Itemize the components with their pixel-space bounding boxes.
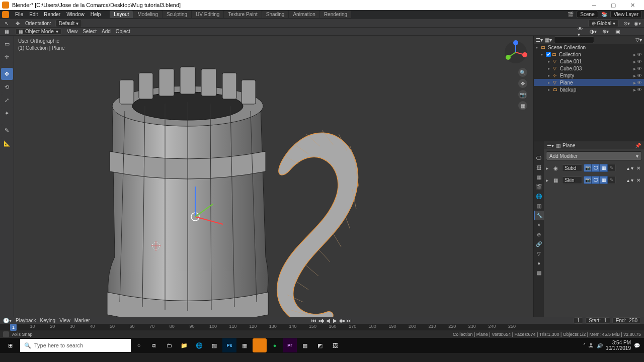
- tl-playback[interactable]: Playback: [16, 318, 36, 323]
- app6-icon[interactable]: 🖼: [328, 338, 342, 352]
- tab-constraints-icon[interactable]: 🔗: [534, 239, 544, 248]
- outliner-item[interactable]: ▸🗀backup▸👁: [534, 86, 644, 93]
- tab-shading[interactable]: Shading: [262, 11, 289, 18]
- task-view-icon[interactable]: ⧉: [147, 338, 161, 352]
- photoshop-icon[interactable]: Ps: [222, 338, 236, 352]
- tray-chevron-icon[interactable]: ˄: [583, 343, 586, 348]
- selectability-icon[interactable]: 👁▾: [578, 28, 585, 35]
- tab-animation[interactable]: Animation: [289, 11, 319, 18]
- tab-mesh-icon[interactable]: ▽: [534, 249, 544, 258]
- tab-output-icon[interactable]: 🖼: [534, 163, 544, 172]
- menu-help[interactable]: Help: [88, 12, 104, 17]
- menu-select[interactable]: Select: [83, 29, 97, 34]
- app4-icon[interactable]: ▩: [298, 338, 312, 352]
- spotify-icon[interactable]: ●: [268, 338, 282, 352]
- move-tool-icon[interactable]: ✥: [14, 20, 21, 27]
- outliner-item[interactable]: ▸▽Plane▸👁: [534, 79, 644, 86]
- proportional-icon[interactable]: ◉▾: [634, 20, 641, 27]
- tab-world-icon[interactable]: 🌐: [534, 192, 544, 201]
- xray-icon[interactable]: ▣: [614, 28, 621, 35]
- menu-object[interactable]: Object: [116, 29, 130, 34]
- outliner-item[interactable]: ▸⊹Empty▸👁: [534, 72, 644, 79]
- taskbar-search[interactable]: 🔍 Type here to search: [20, 339, 131, 352]
- tab-particles-icon[interactable]: ✴: [534, 220, 544, 229]
- jump-start-icon[interactable]: ⏮: [311, 318, 317, 323]
- timeline-ruler[interactable]: 1 10203040506070809010011012013014015016…: [0, 324, 644, 330]
- keyframe-prev-icon[interactable]: ◂◆: [318, 318, 324, 323]
- outliner-collection[interactable]: ▾🗀Collection ▸👁: [534, 51, 644, 58]
- select-tool[interactable]: ▭: [1, 38, 13, 50]
- tray-volume-icon[interactable]: 🔊: [597, 343, 603, 348]
- cortana-icon[interactable]: ○: [132, 338, 146, 352]
- app2-icon[interactable]: ▧: [207, 338, 221, 352]
- menu-window[interactable]: Window: [63, 12, 88, 17]
- app5-icon[interactable]: ◩: [313, 338, 327, 352]
- close-button[interactable]: ✕: [623, 0, 642, 10]
- play-icon[interactable]: ▶: [332, 318, 338, 323]
- outliner-item[interactable]: ▸▽Cube.001▸👁: [534, 58, 644, 65]
- app1-icon[interactable]: 📁: [177, 338, 191, 352]
- cursor-tool-icon[interactable]: ↖: [3, 20, 10, 27]
- collection-checkbox[interactable]: [546, 52, 551, 57]
- menu-view[interactable]: View: [67, 29, 78, 34]
- play-rev-icon[interactable]: ◀: [325, 318, 331, 323]
- tab-sculpting[interactable]: Sculpting: [163, 11, 191, 18]
- outliner-editor-icon[interactable]: ☰▾: [536, 37, 543, 43]
- move-tool[interactable]: ✥: [1, 68, 13, 80]
- editor-type-icon[interactable]: ▦: [3, 28, 10, 35]
- transform-space-dropdown[interactable]: ⊕ Global ▾: [588, 20, 619, 27]
- maximize-button[interactable]: ▢: [604, 0, 623, 10]
- tray-network-icon[interactable]: 🖧: [589, 343, 594, 348]
- viewlayer-field[interactable]: View Layer: [610, 11, 642, 18]
- premiere-icon[interactable]: Pr: [283, 338, 297, 352]
- tab-layout[interactable]: Layout: [110, 11, 133, 18]
- transform-tool[interactable]: ✦: [1, 107, 13, 119]
- blender-taskbar-icon[interactable]: [253, 338, 267, 352]
- hide-icon[interactable]: 👁: [637, 52, 642, 57]
- nav-gizmo[interactable]: [503, 40, 528, 65]
- notifications-icon[interactable]: 💬: [634, 343, 640, 348]
- scale-tool[interactable]: ⤢: [1, 94, 13, 106]
- mode-dropdown[interactable]: ▦ Object Mode ▾: [15, 28, 62, 35]
- tab-texture-icon[interactable]: ▩: [534, 268, 544, 277]
- tab-rendering[interactable]: Rendering: [320, 11, 351, 18]
- outliner-item[interactable]: ▸▽Cube.003▸👁: [534, 65, 644, 72]
- exclude-icon[interactable]: ▸: [633, 52, 636, 57]
- tab-uv-editing[interactable]: UV Editing: [192, 11, 223, 18]
- system-tray[interactable]: ˄ 🖧 🔊 3:54 PM 10/17/2019 💬: [583, 340, 643, 351]
- tab-viewlayer-icon[interactable]: ▦: [534, 172, 544, 182]
- tl-view[interactable]: View: [59, 318, 70, 323]
- overlay-icon[interactable]: ⊕▾: [602, 28, 609, 35]
- snap-icon[interactable]: ⊙▾: [623, 20, 630, 27]
- menu-file[interactable]: File: [12, 12, 26, 17]
- zoom-icon[interactable]: 🔍: [518, 68, 527, 77]
- start-frame-field[interactable]: Start: 1: [585, 317, 610, 324]
- pan-icon[interactable]: ✥: [518, 79, 527, 88]
- tab-texture-paint[interactable]: Texture Paint: [224, 11, 261, 18]
- explorer-icon[interactable]: 🗀: [162, 338, 176, 352]
- outliner-display-icon[interactable]: ▦▾: [545, 37, 552, 43]
- cursor-tool[interactable]: ✛: [1, 51, 13, 63]
- minimize-button[interactable]: ─: [585, 0, 604, 10]
- end-frame-field[interactable]: End: 250: [612, 317, 641, 324]
- tab-render-icon[interactable]: 🖵: [534, 153, 544, 162]
- menu-edit[interactable]: Edit: [26, 12, 41, 17]
- start-button[interactable]: ⊞: [1, 338, 19, 352]
- menu-render[interactable]: Render: [41, 12, 63, 17]
- tl-marker[interactable]: Marker: [74, 318, 90, 323]
- tab-physics-icon[interactable]: ⊚: [534, 230, 544, 239]
- menu-add[interactable]: Add: [102, 29, 111, 34]
- orientation-dropdown[interactable]: Default ▾: [55, 20, 82, 27]
- timeline-editor-icon[interactable]: 🕐▾: [3, 318, 12, 323]
- keyframe-next-icon[interactable]: ◆▸: [339, 318, 345, 323]
- chrome-icon[interactable]: 🌐: [192, 338, 206, 352]
- current-frame-field[interactable]: 1: [574, 317, 584, 324]
- jump-end-icon[interactable]: ⏭: [346, 318, 352, 323]
- pin-icon[interactable]: 📌: [635, 143, 641, 148]
- tab-object-icon[interactable]: ▥: [534, 201, 544, 210]
- annotate-tool[interactable]: ✎: [1, 124, 13, 136]
- props-editor-icon[interactable]: ☰▾: [547, 143, 554, 148]
- tab-material-icon[interactable]: ●: [534, 258, 544, 267]
- perspective-icon[interactable]: ▦: [518, 101, 527, 110]
- measure-tool[interactable]: 📐: [1, 137, 13, 149]
